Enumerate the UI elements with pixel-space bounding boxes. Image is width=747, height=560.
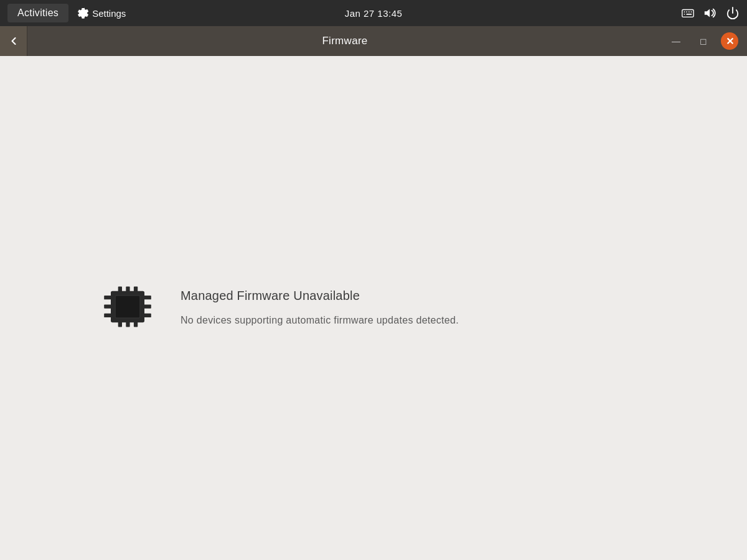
svg-rect-11 (118, 287, 122, 292)
window-titlebar: Firmware — ◻ ✕ (0, 26, 747, 56)
svg-rect-15 (126, 321, 129, 327)
empty-state-text: Managed Firmware Unavailable No devices … (181, 289, 459, 328)
svg-rect-14 (118, 321, 122, 327)
back-button[interactable] (0, 26, 27, 56)
system-tray (681, 6, 740, 20)
svg-rect-12 (126, 287, 129, 292)
empty-state-description: No devices supporting automatic firmware… (181, 313, 459, 328)
svg-rect-10 (115, 296, 140, 318)
empty-state: Managed Firmware Unavailable No devices … (100, 279, 459, 337)
svg-rect-13 (134, 287, 138, 292)
svg-rect-20 (144, 296, 151, 299)
back-arrow-icon (7, 35, 20, 47)
svg-rect-16 (134, 321, 138, 327)
window-title: Firmware (27, 35, 662, 47)
window-controls: — ◻ ✕ (662, 26, 747, 56)
empty-state-title: Managed Firmware Unavailable (181, 289, 459, 303)
minimize-button[interactable]: — (662, 26, 690, 56)
keyboard-icon (681, 6, 695, 20)
datetime-display: Jan 27 13:45 (345, 8, 403, 19)
svg-marker-7 (705, 9, 710, 17)
minimize-icon: — (672, 36, 680, 46)
gear-icon (77, 7, 88, 19)
close-icon: ✕ (726, 35, 734, 47)
settings-button[interactable]: Settings (68, 4, 134, 22)
svg-rect-19 (104, 314, 111, 317)
svg-rect-21 (144, 304, 151, 308)
volume-icon (703, 6, 717, 20)
main-content: Managed Firmware Unavailable No devices … (0, 56, 747, 560)
activities-button[interactable]: Activities (7, 4, 68, 22)
system-bar-left: Activities Settings (7, 4, 134, 22)
maximize-icon: ◻ (700, 36, 707, 46)
svg-rect-22 (144, 314, 151, 317)
keyboard-tray-icon[interactable] (681, 6, 695, 20)
svg-rect-0 (682, 10, 693, 17)
svg-rect-18 (104, 304, 111, 308)
firmware-chip-icon (100, 279, 156, 337)
volume-tray-icon[interactable] (703, 6, 717, 20)
system-bar: Activities Settings Jan 27 13:45 (0, 0, 747, 26)
power-icon (726, 6, 740, 20)
chip-svg (100, 279, 156, 335)
maximize-button[interactable]: ◻ (690, 26, 717, 56)
settings-label: Settings (92, 8, 126, 19)
power-tray-icon[interactable] (726, 6, 740, 20)
svg-rect-17 (104, 296, 111, 299)
close-button[interactable]: ✕ (721, 32, 738, 50)
